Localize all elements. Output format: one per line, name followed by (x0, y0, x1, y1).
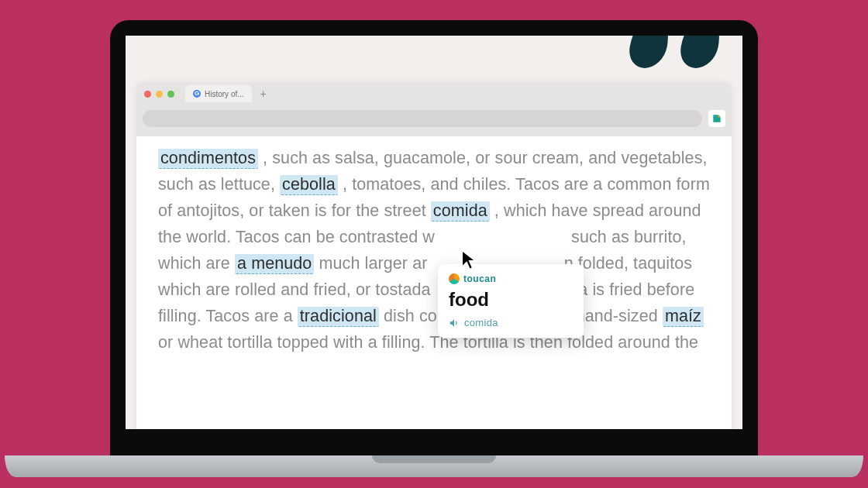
translated-word[interactable]: condimentos (158, 149, 258, 169)
minimize-window-button[interactable] (156, 91, 163, 98)
speaker-icon (449, 318, 460, 328)
tooltip-brand: toucan (449, 273, 573, 284)
tooltip-pronounce-row[interactable]: comida (449, 317, 573, 328)
tooltip-translation: food (449, 289, 573, 311)
browser-address-bar (136, 105, 732, 136)
close-window-button[interactable] (144, 91, 151, 98)
laptop-screen-body: History of... + condimentos , (110, 20, 758, 455)
toucan-logo-icon (449, 273, 460, 284)
browser-window: History of... + condimentos , (136, 82, 732, 429)
laptop-mockup: History of... + condimentos , (110, 20, 758, 455)
window-traffic-lights[interactable] (144, 91, 174, 98)
tab-favicon-google (193, 90, 201, 98)
laptop-base (5, 455, 863, 477)
toucan-icon (711, 113, 722, 124)
tooltip-brand-label: toucan (463, 273, 496, 284)
article-text: or wheat tortilla topped with a filling.… (158, 333, 698, 352)
translation-tooltip[interactable]: toucan food comida (438, 264, 584, 338)
decorative-quote-marks (631, 36, 719, 68)
translated-word[interactable]: a menudo (235, 254, 314, 274)
tooltip-original-word: comida (464, 317, 498, 328)
plus-icon: + (260, 88, 266, 100)
maximize-window-button[interactable] (167, 91, 174, 98)
translated-word[interactable]: comida (431, 201, 490, 222)
translated-word[interactable]: tradicional (298, 307, 379, 327)
laptop-screen: History of... + condimentos , (126, 36, 742, 429)
browser-tab-bar: History of... + (136, 82, 732, 105)
translated-word[interactable]: maíz (663, 307, 704, 327)
browser-tab-active[interactable]: History of... (185, 85, 252, 102)
svg-point-0 (718, 116, 719, 118)
translated-word[interactable]: cebolla (280, 175, 338, 195)
toucan-extension-button[interactable] (708, 110, 725, 127)
url-input[interactable] (143, 110, 702, 127)
article-body: condimentos , such as salsa, guacamole, … (136, 136, 732, 387)
new-tab-button[interactable]: + (257, 87, 270, 101)
tab-title: History of... (205, 90, 244, 98)
